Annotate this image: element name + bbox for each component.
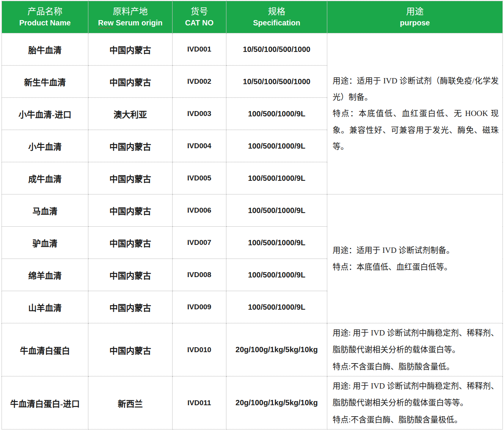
cat-no-cell: IVD006 [173,194,226,227]
table-row: 马血清 中国内蒙古 IVD006 100/500/1000/9L 用途：适用于 … [2,194,503,227]
spec-cell: 100/500/1000/9L [226,227,327,259]
misspelled-word: Rew [98,19,113,27]
origin-cell: 澳大利亚 [88,98,173,130]
spec-cell: 10/50/100/500/1000 [226,66,327,98]
table-row: 胎牛血清 中国内蒙古 IVD001 10/50/100/500/1000 用途：… [2,33,503,66]
product-catalog: 产品名称 Product Name 原料产地 Rew Serum origin … [0,0,504,431]
purpose-feature-text: 特点：本底值低、血红蛋白低、无 HOOK 现象。兼容性好、可兼容用于发光、酶免、… [333,105,499,154]
table-row: 牛血清白蛋白 中国内蒙古 IVD010 20g/100g/1kg/5kg/10k… [2,323,503,376]
cat-no-cell: IVD002 [173,66,226,98]
product-name-cell: 马血清 [2,194,88,227]
header-purpose: 用途 purpose [327,1,503,33]
table-header: 产品名称 Product Name 原料产地 Rew Serum origin … [2,1,503,33]
product-name-cell: 牛血清白蛋白 [2,323,88,376]
product-table: 产品名称 Product Name 原料产地 Rew Serum origin … [2,1,503,429]
header-origin-en-rest: Serum origin [116,19,162,27]
product-name-cell: 牛血清白蛋白-进口 [2,376,88,429]
header-purpose-en: purpose [327,17,502,28]
cat-no-cell: IVD001 [173,33,226,66]
purpose-cell-row-10: 用途: 用于 IVD 诊断试剂中酶稳定剂、稀释剂、脂肪酸代谢相关分析的载体蛋白等… [327,323,503,376]
purpose-usage-text: 用途：适用于 IVD 诊断试剂（酶联免疫/化学发光）制备。 [333,73,499,105]
header-specification: 规格 Specification [226,1,327,33]
spec-cell: 100/500/1000/9L [226,291,327,323]
product-name-cell: 绵羊血清 [2,259,88,291]
product-name-cell: 小牛血清 [2,130,88,162]
header-cat-no: 货号 CAT NO [173,1,226,33]
origin-cell: 中国内蒙古 [88,323,173,376]
header-product-name: 产品名称 Product Name [2,1,88,33]
header-origin: 原料产地 Rew Serum origin [88,1,173,33]
product-name-cell: 驴血清 [2,227,88,259]
product-name-cell: 新生牛血清 [2,66,88,98]
origin-cell: 中国内蒙古 [88,194,173,227]
purpose-cell-row-11: 用途: 用于 IVD 诊断试剂中酶稳定剂、稀释剂、脂肪酸代谢相关分析的载体蛋白等… [327,376,503,429]
spec-cell: 100/500/1000/9L [226,259,327,291]
purpose-feature-text: 特点：本底值低、血红蛋白低等。 [333,259,499,275]
purpose-cell-group-1: 用途：适用于 IVD 诊断试剂（酶联免疫/化学发光）制备。 特点：本底值低、血红… [327,33,503,194]
header-specification-en: Specification [226,17,327,28]
product-name-cell: 胎牛血清 [2,33,88,66]
origin-cell: 中国内蒙古 [88,227,173,259]
cat-no-cell: IVD003 [173,98,226,130]
product-name-cell: 成牛血清 [2,162,88,194]
origin-cell: 中国内蒙古 [88,162,173,194]
spec-cell: 10/50/100/500/1000 [226,33,327,66]
header-origin-zh: 原料产地 [88,6,172,17]
header-origin-en: Rew Serum origin [88,17,172,28]
header-cat-no-en: CAT NO [173,17,226,28]
header-cat-no-zh: 货号 [173,6,226,17]
spec-cell: 100/500/1000/9L [226,130,327,162]
header-row: 产品名称 Product Name 原料产地 Rew Serum origin … [2,1,503,33]
cat-no-cell: IVD004 [173,130,226,162]
header-product-name-en: Product Name [2,17,88,28]
spec-cell: 100/500/1000/9L [226,194,327,227]
spec-cell: 20g/100g/1kg/5kg/10kg [226,323,327,376]
cat-no-cell: IVD008 [173,259,226,291]
spec-cell: 100/500/1000/9L [226,162,327,194]
purpose-usage-text: 用途：适用于 IVD 诊断试剂制备。 [333,242,499,259]
table-row: 牛血清白蛋白-进口 新西兰 IVD011 20g/100g/1kg/5kg/10… [2,376,503,429]
cat-no-cell: IVD011 [173,376,226,429]
header-purpose-zh: 用途 [327,6,502,17]
cat-no-cell: IVD009 [173,291,226,323]
cat-no-cell: IVD010 [173,323,226,376]
purpose-feature-text: 特点:不含蛋白酶、脂肪酸含量极低。 [333,411,499,428]
spec-cell: 100/500/1000/9L [226,98,327,130]
product-name-cell: 小牛血清-进口 [2,98,88,130]
product-name-cell: 山羊血清 [2,291,88,323]
cat-no-cell: IVD005 [173,162,226,194]
origin-cell: 中国内蒙古 [88,291,173,323]
cat-no-cell: IVD007 [173,227,226,259]
origin-cell: 中国内蒙古 [88,33,173,66]
purpose-cell-group-2: 用途：适用于 IVD 诊断试剂制备。 特点：本底值低、血红蛋白低等。 [327,194,503,323]
origin-cell: 新西兰 [88,376,173,429]
purpose-usage-text: 用途: 用于 IVD 诊断试剂中酶稳定剂、稀释剂、脂肪酸代谢相关分析的载体蛋白等… [333,324,499,358]
purpose-feature-text: 特点:不含蛋白酶、脂肪酸含量低。 [333,358,499,375]
origin-cell: 中国内蒙古 [88,259,173,291]
table-body: 胎牛血清 中国内蒙古 IVD001 10/50/100/500/1000 用途：… [2,33,503,429]
origin-cell: 中国内蒙古 [88,130,173,162]
header-product-name-zh: 产品名称 [2,6,88,17]
origin-cell: 中国内蒙古 [88,66,173,98]
header-specification-zh: 规格 [226,6,327,17]
spec-cell: 20g/100g/1kg/5kg/10kg [226,376,327,429]
purpose-usage-text: 用途: 用于 IVD 诊断试剂中酶稳定剂、稀释剂、脂肪酸代谢相关分析的载体蛋白等… [333,378,499,411]
